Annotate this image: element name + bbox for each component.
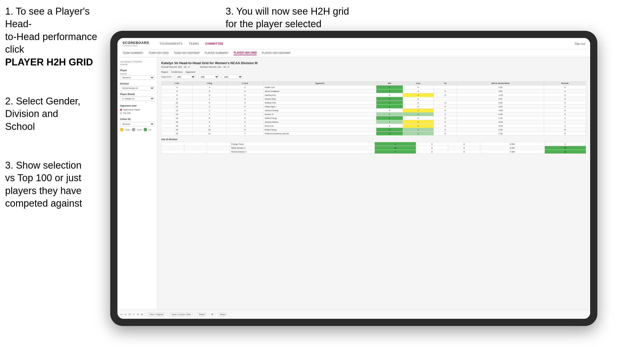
radio-top100[interactable]: Top 100 [120, 112, 154, 114]
sub-nav-player-heatmap[interactable]: PLAYER H2H HEATMAP [262, 52, 290, 55]
table-cell: 11 [544, 128, 586, 132]
table-cell: 1 [193, 109, 226, 112]
filter-opponent-select[interactable]: (All) [222, 75, 243, 79]
filter-selects-row: Opponents: (All) (All) (All) [161, 75, 586, 79]
out-table-cell: 0 [416, 146, 448, 150]
out-table-cell: Foreign Team [230, 142, 375, 146]
table-row: 1311Jessica Huang010-3.002 [162, 109, 586, 112]
out-table-cell [184, 142, 207, 146]
table-cell: 0 [403, 85, 434, 89]
ipad-frame: SCOREBOARD Powered by clippd TOURNAMENTS… [110, 31, 597, 326]
th-rounds: Rounds [544, 81, 586, 85]
radio-top100-label: Top 100 [123, 112, 130, 114]
toolbar-icon5[interactable]: ⊞ [211, 313, 213, 316]
table-header-row: # Div # Reg # Conf Opponent Win Loss Tie… [162, 81, 586, 85]
out-table-cell: 2 [545, 142, 586, 146]
opponent-view-title: Opponent view [120, 104, 154, 107]
table-cell: 1 [376, 120, 403, 124]
logo-text: SCOREBOARD [123, 41, 149, 45]
radio-opponents-played[interactable]: Opponents Played [120, 109, 154, 111]
panel-title: Katelyn Vo Head-to-Head Grid for Women's… [161, 61, 586, 65]
out-table-cell: 1 [375, 142, 416, 146]
division-record: Division Record: 331 - 34 - 6 [200, 66, 229, 68]
table-row: 1822Euna Lee010-5.002 [162, 124, 586, 128]
sub-nav-player-h2h-grid[interactable]: PLAYER H2H GRID [234, 51, 257, 55]
table-cell: 1 [226, 85, 263, 89]
toolbar-icon2[interactable]: ✂ [133, 313, 135, 316]
table-cell: 1 [376, 116, 403, 120]
table-cell: 15 [162, 116, 193, 120]
table-cell: 5 [162, 89, 193, 93]
table-cell: 14 [162, 112, 193, 116]
nav-committee[interactable]: COMMITTEE [205, 42, 224, 45]
table-cell: 2 [193, 105, 226, 109]
colour-by-select[interactable]: Win/loss [120, 122, 154, 126]
sidebar-player-rank-label: Player (Rank) [120, 93, 154, 95]
table-cell: 0 [434, 120, 457, 124]
sub-nav-team-h2h-grid[interactable]: TEAM H2H GRID [149, 52, 169, 55]
view-original-btn[interactable]: View: Original [147, 312, 165, 316]
toolbar-icon1[interactable]: ⊡ [129, 313, 131, 316]
share-btn[interactable]: Share [218, 312, 227, 316]
table-cell: 1.50 [457, 85, 544, 89]
table-cell: 18 [162, 124, 193, 128]
undo-icon[interactable]: ↩ [120, 313, 123, 316]
sidebar-division-select[interactable]: NCAA Division III NCAA Division I NCAA D… [120, 86, 154, 90]
nav-links: TOURNAMENTS TEAMS COMMITTEE [159, 42, 567, 45]
redo-icon[interactable]: ↪ [125, 313, 127, 316]
table-cell: 1 [193, 85, 226, 89]
th-diff: Diff Av Strokes/Rnd [457, 81, 544, 85]
sidebar-division-label: Division [120, 82, 154, 85]
table-cell: 3 [162, 85, 193, 89]
table-cell: 9 [162, 97, 193, 101]
overall-record: Overall Record: 353 - 34 - 6 [161, 66, 190, 68]
table-cell: 10 [162, 101, 193, 105]
watch-btn[interactable]: Watch [197, 312, 207, 316]
opponent-label: Opponent [186, 71, 195, 73]
filter-region: Region [161, 71, 168, 73]
table-cell: 5 [226, 105, 263, 109]
table-cell: Jessica Huang [263, 109, 376, 112]
table-cell: 1 [376, 89, 403, 93]
filter-conference-select[interactable]: (All) [198, 75, 219, 79]
table-cell: 3 [544, 97, 586, 101]
table-cell: 2 [544, 109, 586, 112]
sub-nav-player-summary[interactable]: PLAYER SUMMARY [205, 52, 228, 55]
nav-tournaments[interactable]: TOURNAMENTS [159, 42, 183, 45]
table-cell: 1 [403, 109, 434, 112]
filters-row: Region Conference Opponent [161, 71, 586, 73]
out-table-row: NCAA Division 25007.40010 [162, 150, 586, 154]
table-cell: 4 [226, 112, 263, 116]
table-cell: Emily Chang [263, 128, 376, 132]
sidebar-gender-select[interactable]: Women's Men's [120, 75, 154, 80]
sub-nav-team-heatmap[interactable]: TEAM H2H HEATMAP [174, 52, 200, 55]
save-custom-btn[interactable]: Save Custom View [169, 312, 193, 316]
sub-nav-team-summary[interactable]: TEAM SUMMARY [123, 52, 144, 55]
table-cell: 1.25 [457, 116, 544, 120]
table-cell: 2 [544, 124, 586, 128]
table-row: 20117Federica Domecq Lacroze2101.336 [162, 132, 586, 136]
step3-right-text: 3. You will now see H2H gridfor the play… [226, 6, 349, 29]
toolbar-divider2 [167, 312, 167, 316]
opponents-label: Opponents: [161, 76, 172, 78]
table-cell: 1 [403, 132, 434, 136]
out-table-cell [207, 146, 230, 150]
table-cell: 2 [193, 89, 226, 93]
sign-out[interactable]: Sign out [575, 42, 585, 45]
toolbar-icon3[interactable]: ↺ [137, 313, 139, 316]
table-row: 311Esther Lee101.504 [162, 85, 586, 89]
out-table-cell: 0 [416, 142, 448, 146]
filter-region-select[interactable]: (All) [175, 75, 195, 79]
sidebar-player-select[interactable]: 8. Katelyn Vo [120, 97, 154, 101]
out-table-cell [184, 146, 207, 150]
table-cell: Sydney Kuo [263, 93, 376, 97]
table-cell: 7 [226, 132, 263, 136]
table-cell: 6 [544, 132, 586, 136]
nav-teams[interactable]: TEAMS [189, 42, 199, 45]
table-cell: 0 [376, 124, 403, 128]
table-cell: 7 [193, 112, 226, 116]
table-cell: Heejo Hyun [263, 105, 376, 109]
table-cell: 0 [434, 93, 457, 97]
toolbar-icon4[interactable]: ⊕ [141, 313, 143, 316]
radio-group: Opponents Played Top 100 [120, 109, 154, 114]
